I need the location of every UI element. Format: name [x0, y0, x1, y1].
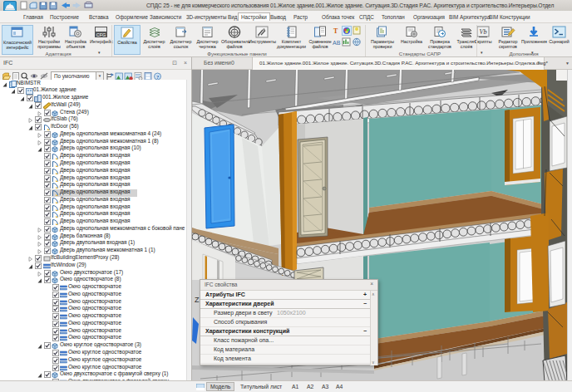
svg-text:AB: AB — [333, 40, 341, 46]
svg-text:Vb: Vb — [480, 28, 487, 36]
svg-text:?: ? — [156, 74, 159, 80]
svg-text:T: T — [333, 27, 338, 35]
svg-text:CFG: CFG — [96, 32, 106, 37]
